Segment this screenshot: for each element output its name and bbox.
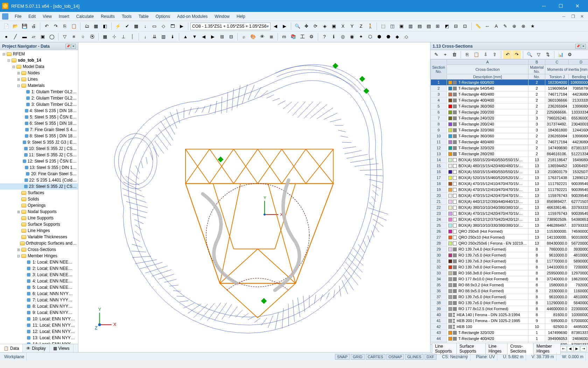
tb2-button-10[interactable]: ⬡ xyxy=(366,33,374,41)
table-row[interactable]: 22 BOX(A) 380/10/10/340/380/380/10/…1346… xyxy=(431,205,588,211)
loads-button[interactable]: ↓ xyxy=(141,22,149,30)
tb2-button-7[interactable]: ◎ xyxy=(338,33,347,41)
zoom-button[interactable]: 🔍 xyxy=(293,22,302,30)
tb2-button-6[interactable]: ⊟ xyxy=(227,33,235,41)
tb-button-10[interactable]: ⊕ xyxy=(510,22,519,30)
tree-item[interactable]: ⊟Model Data xyxy=(0,63,78,70)
table-row[interactable]: 42 HEB 1001092500.04495000.01… xyxy=(431,324,588,330)
menu-calculate[interactable]: Calculate xyxy=(74,13,97,20)
menu-view[interactable]: View xyxy=(40,13,55,20)
tb2-button-8[interactable]: ◉ xyxy=(348,33,356,41)
navigator-button[interactable]: 🗂 xyxy=(83,22,91,30)
filter-button[interactable]: ⌕ xyxy=(240,33,248,41)
tab-first-button[interactable]: ⇤ xyxy=(560,346,567,352)
table-row[interactable]: 27 QRO 250x10 (Hot Formed)13141100000.90… xyxy=(431,234,588,240)
new-file-button[interactable]: 📄 xyxy=(2,22,10,30)
table-row[interactable]: 37 RO 139.7x5.0 (Hot Formed)89610000.048… xyxy=(431,294,588,300)
line-load-button[interactable]: ⇊ xyxy=(150,33,159,41)
table-row[interactable]: 28 QRO 250x250x6 | Ferona - EN 10219…138… xyxy=(431,240,588,246)
perspective-button[interactable]: ▣ xyxy=(330,22,338,30)
animation-button[interactable]: ▶ xyxy=(177,22,186,30)
table-row[interactable]: 24 BOX(A) 420/12/12/370/420/420/12/…1373… xyxy=(431,217,588,223)
col-torsion[interactable]: Torsion J xyxy=(545,74,569,80)
results-nav-button[interactable]: 🗔 xyxy=(168,22,177,30)
navigator-close-button[interactable]: ✕ xyxy=(71,44,76,49)
tree-item[interactable]: 8: Steel S 355 | DIN 18… xyxy=(0,133,78,139)
table-row[interactable]: 15 BOX(A) 480/15/15/420/480/480/15/…1313… xyxy=(431,163,588,169)
menu-results[interactable]: Results xyxy=(98,13,118,20)
tree-item[interactable]: ⊞Nodal Supports xyxy=(0,209,78,215)
menu-edit[interactable]: Edit xyxy=(26,13,38,20)
surface-button[interactable]: ▱ xyxy=(29,33,38,41)
tree-item[interactable]: Surface Supports xyxy=(0,221,78,227)
tree-item[interactable]: ⊟Member Hinges xyxy=(0,253,78,259)
table-import-button[interactable]: ⇩ xyxy=(481,50,490,59)
crosssec-lib-button[interactable]: 工 xyxy=(298,33,307,41)
table-row[interactable]: 38 RO 139.7x6.0 (Hot Formed)811290000.05… xyxy=(431,300,588,306)
navigator-pin-button[interactable]: 📌 xyxy=(65,44,70,49)
table-filter-button[interactable]: ▽ xyxy=(534,50,543,59)
tb-button-7[interactable]: ⊟ xyxy=(452,22,460,30)
table-row[interactable]: 8 T-Rectangle 200/2403317374492.23040001… xyxy=(431,121,588,127)
table-paste-button[interactable]: 📋 xyxy=(472,50,481,59)
maximize-button[interactable]: ☐ xyxy=(552,0,569,12)
dimension-button[interactable]: ↔ xyxy=(483,22,491,30)
table-row[interactable]: 18 BOX(A) 470/15/12/410/470/470/15/…1311… xyxy=(431,181,588,187)
tb-button-6[interactable]: ◩ xyxy=(443,22,451,30)
status-toggle-snap[interactable]: SNAP xyxy=(335,354,350,360)
minimize-button[interactable]: ─ xyxy=(536,0,552,12)
col-mat-no[interactable]: No. xyxy=(528,74,545,80)
load-case-combo[interactable]: CO8 - 1.35*ZS1 + 1.05*ZS5 + 1.05*ZS6▾ xyxy=(190,22,271,30)
tree-item[interactable]: 23: Steel S 355 J2 | CS… xyxy=(0,183,78,190)
tab-last-button[interactable]: ⇥ xyxy=(580,346,587,352)
table-row[interactable]: 36 RO 88.9x5.0 (Hot Formed)82330000.0116… xyxy=(431,288,588,294)
table-row[interactable]: 25 BOX(A) 380/10/10/330/380/380/10/…1344… xyxy=(431,223,588,229)
opening-button[interactable]: ◯ xyxy=(48,33,56,41)
menu-options[interactable]: Options xyxy=(153,13,173,20)
tree-item[interactable]: 14: Local; ENN NYY… xyxy=(0,341,78,344)
release-button[interactable]: ⦿ xyxy=(88,33,96,41)
views-button[interactable]: ▦ xyxy=(92,22,100,30)
tree-item[interactable]: ⊞Nodes xyxy=(0,70,78,76)
tb2-button-14[interactable]: ◇ xyxy=(402,33,411,41)
table-row[interactable]: 32 RO 139.7x8.0 (Hot Formed)814410000.07… xyxy=(431,264,588,270)
ortho-button[interactable]: ⊥ xyxy=(119,33,127,41)
fe-mesh-button[interactable]: ▦ xyxy=(132,22,140,30)
navigator-tab-data[interactable]: 📋 Data xyxy=(0,344,23,352)
tree-item[interactable]: 6: Steel S 355 | DIN 18… xyxy=(0,120,78,127)
tab-prev-button[interactable]: ◀ xyxy=(567,346,573,352)
display-button[interactable]: 👁 xyxy=(258,33,266,41)
results-button[interactable]: ◧ xyxy=(101,22,109,30)
col-material[interactable]: Material No. xyxy=(528,65,545,74)
table-row[interactable]: 30 RO 139.7x5.0 (Hot Formed)89610000.048… xyxy=(431,252,588,258)
save-button[interactable]: 💾 xyxy=(20,22,29,30)
menu-window[interactable]: Window xyxy=(212,13,232,20)
table-row[interactable]: 43 T-Rectangle 320/320114749969087381337… xyxy=(431,330,588,336)
table-row[interactable]: 44 T-Rectangle 400/420139490605324696002… xyxy=(431,336,588,342)
line-support-button[interactable]: ≡ xyxy=(70,33,78,41)
table-row[interactable]: 33 RO 168.3x8.0 (Hot Formed)825950000.01… xyxy=(431,270,588,276)
table-delete-button[interactable]: 🗑 xyxy=(450,50,458,59)
nodal-support-button[interactable]: ▽ xyxy=(61,33,69,41)
tb2-button-9[interactable]: ✦ xyxy=(357,33,365,41)
tb-button-12[interactable]: ★ xyxy=(528,22,537,30)
panel-pin-button[interactable]: 📌 xyxy=(575,44,580,49)
tb-button-3[interactable]: ▤ xyxy=(415,22,424,30)
table-row[interactable]: 39 RO 177.8x12.5 (Hot Formed)844600000.0… xyxy=(431,306,588,312)
tb2-button-5[interactable]: ⊞ xyxy=(218,33,226,41)
tree-item[interactable]: 22: S 235 1.4401 (Cold… xyxy=(0,177,78,183)
table-row[interactable]: 11 T-Rectangle 480/480274671718444236800… xyxy=(431,139,588,145)
table-export-button[interactable]: ⇧ xyxy=(490,50,499,59)
tree-item[interactable]: 4: Local; ENN NEE… xyxy=(0,278,78,284)
tree-item[interactable]: 10: Steel S 355 J2 | CS… xyxy=(0,145,78,152)
tree-item[interactable]: ⊟RFEM xyxy=(0,51,78,57)
col-moments[interactable]: Moments of inertia [mm… xyxy=(545,65,588,74)
hinge-button[interactable]: ○ xyxy=(79,33,87,41)
col-d[interactable]: D xyxy=(569,60,588,65)
table-row[interactable]: 1 T-Rectangle 600/6002182304000108000000… xyxy=(431,80,588,86)
close-button[interactable]: ✕ xyxy=(569,0,586,12)
table-row[interactable]: 29 RO 139.7x4.0 (Hot Formed)87860000.039… xyxy=(431,246,588,252)
tb-button-1[interactable]: ▣ xyxy=(397,22,406,30)
units-button[interactable]: m xyxy=(280,33,288,41)
table-edit-button[interactable]: ✎ xyxy=(432,50,440,59)
